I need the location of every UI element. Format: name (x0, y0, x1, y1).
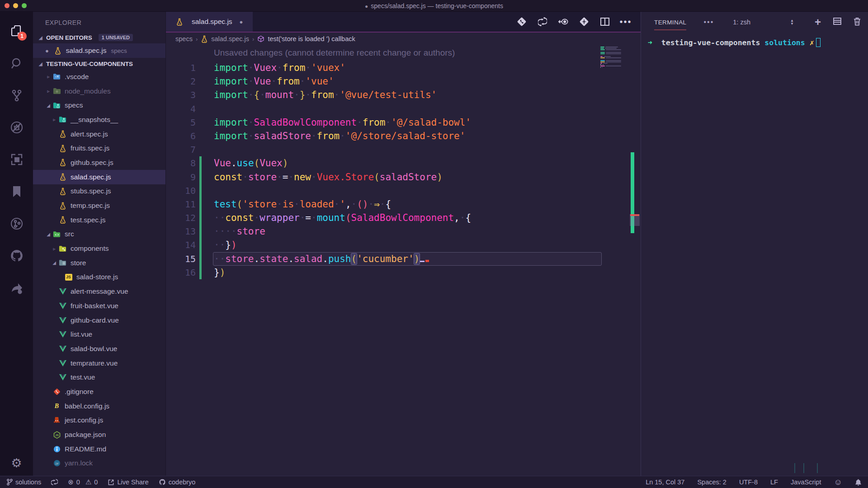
code-token: · (248, 131, 254, 141)
terminal-shell-select[interactable]: 1: zsh (733, 19, 750, 26)
preview-icon[interactable] (558, 17, 568, 27)
feedback-smiley-icon[interactable]: ☺ (834, 478, 842, 487)
tree-item[interactable]: salad.spec.js (33, 170, 165, 184)
eol-indicator[interactable]: LF (770, 479, 778, 486)
tree-item[interactable]: github.spec.js (33, 155, 165, 170)
settings-gear-icon[interactable]: ⚙ (0, 456, 33, 470)
minimap[interactable] (600, 47, 622, 68)
select-chevron-icon[interactable]: ▲▼ (790, 19, 794, 25)
code-line[interactable]: 10 (166, 184, 641, 197)
code-token: ) (231, 239, 237, 250)
terminal-body[interactable]: ➜ testing-vue-components solutions ✗ (641, 33, 868, 476)
code-line[interactable]: 1import·Vuex·from·'vuex' (166, 61, 641, 75)
sync-icon[interactable] (538, 17, 547, 27)
terminal-more-icon[interactable]: ••• (703, 18, 714, 26)
tree-item[interactable]: ◢store (33, 256, 165, 270)
bookmarks-icon[interactable] (6, 178, 27, 205)
more-actions-icon[interactable]: ••• (621, 17, 631, 27)
tree-item[interactable]: github-card.vue (33, 313, 165, 328)
code-line[interactable]: 9const·store·=·new·Vuex.Store(saladStore… (166, 170, 641, 184)
breadcrumb-folder[interactable]: specs (175, 35, 193, 42)
tree-item[interactable]: test.spec.js (33, 213, 165, 227)
code-token: · (294, 199, 300, 210)
code-line[interactable]: 12··const·wrapper·=·mount(SaladBowlCompo… (166, 211, 641, 225)
github-icon[interactable] (6, 243, 27, 269)
split-editor-icon[interactable] (600, 17, 610, 27)
branch-indicator[interactable]: solutions (6, 479, 41, 486)
sync-status[interactable] (51, 479, 58, 486)
git-modified-gutter (199, 170, 202, 184)
code-line[interactable]: 11test('store·is·loaded·',·()·⇒·{ (166, 197, 641, 211)
tree-item[interactable]: test.vue (33, 370, 165, 385)
breadcrumb-file[interactable]: salad.spec.js (211, 35, 249, 42)
tree-item-label: alert-message.vue (71, 287, 128, 296)
code-line[interactable]: 6import·saladStore·from·'@/store/salad-s… (166, 129, 641, 143)
tree-item[interactable]: alert.spec.js (33, 127, 165, 141)
language-indicator[interactable]: JavaScript (791, 479, 821, 486)
debug-icon[interactable] (6, 114, 27, 141)
indentation-indicator[interactable]: Spaces: 2 (697, 479, 726, 486)
tree-item[interactable]: .gitignore (33, 385, 165, 399)
tree-item[interactable]: ▹node_modules (33, 84, 165, 99)
tree-item[interactable]: jest.config.js (33, 413, 165, 428)
code-token: , (345, 199, 351, 210)
gitlens-icon[interactable] (6, 211, 27, 237)
tree-item[interactable]: yarn.lock (33, 456, 165, 471)
compare-icon[interactable] (579, 17, 589, 27)
overview-ruler[interactable] (630, 45, 641, 476)
code-line[interactable]: 4 (166, 102, 641, 116)
tree-item[interactable]: ◢src (33, 227, 165, 242)
tree-item[interactable]: ◢specs (33, 98, 165, 113)
live-share-button[interactable]: Live Share (108, 479, 148, 486)
code-line[interactable]: 3import·{·mount·}·from·'@vue/test-utils' (166, 88, 641, 102)
tree-item[interactable]: JSpackage.json (33, 427, 165, 442)
tree-item[interactable]: Bbabel.config.js (33, 399, 165, 413)
tree-item[interactable]: ▹__snapshots__ (33, 113, 165, 127)
kill-terminal-icon[interactable] (854, 17, 861, 28)
tree-item[interactable]: ▹components (33, 241, 165, 256)
open-editor-item[interactable]: ● salad.spec.js specs (33, 43, 165, 58)
notifications-bell-icon[interactable] (855, 479, 862, 486)
split-terminal-icon[interactable] (833, 17, 842, 27)
code-line[interactable]: 15··store.state.salad.push('cucumber') (166, 252, 641, 266)
open-editors-section[interactable]: ◢ OPEN EDITORS 1 UNSAVED (33, 32, 165, 43)
encoding-indicator[interactable]: UTF-8 (739, 479, 758, 486)
new-terminal-icon[interactable]: + (815, 16, 821, 28)
explorer-icon[interactable]: 1 (6, 18, 27, 44)
tree-item[interactable]: fruit-basket.vue (33, 299, 165, 313)
git-modified-gutter (199, 197, 202, 211)
code-line[interactable]: 13····store (166, 225, 641, 238)
code-token: · (277, 172, 283, 183)
tree-item[interactable]: alert-message.vue (33, 284, 165, 299)
problems-indicator[interactable]: ⊗ 0 ⚠ 0 (68, 478, 98, 486)
tree-item[interactable]: temp.spec.js (33, 198, 165, 213)
code-line[interactable]: 8Vue.use(Vuex) (166, 156, 641, 170)
code-line[interactable]: 16}) (166, 266, 641, 279)
code-line[interactable]: 14··}) (166, 238, 641, 252)
github-account[interactable]: codebryo (159, 479, 196, 486)
tree-item[interactable]: fruits.spec.js (33, 141, 165, 155)
search-icon[interactable] (6, 50, 27, 76)
tree-item[interactable]: stubs.spec.js (33, 184, 165, 199)
line-col-indicator[interactable]: Ln 15, Col 37 (646, 479, 684, 486)
source-control-icon[interactable] (6, 82, 27, 108)
tree-item[interactable]: temprature.vue (33, 356, 165, 371)
tree-item[interactable]: list.vue (33, 327, 165, 342)
code-line[interactable]: 7 (166, 143, 641, 156)
project-section[interactable]: ◢ TESTING-VUE-COMPONENTS (33, 58, 165, 70)
code-editor[interactable]: Unsaved changes (cannot determine recent… (166, 45, 641, 476)
extensions-icon[interactable] (6, 146, 27, 173)
terminal-tab[interactable]: TERMINAL (654, 12, 686, 33)
code-line[interactable]: 5import·SaladBowlComponent·from·'@/salad… (166, 116, 641, 129)
tree-item[interactable]: salad-bowl.vue (33, 342, 165, 356)
tree-item[interactable]: JSsalad-store.js (33, 270, 165, 285)
sync-icon (51, 479, 58, 486)
tree-item[interactable]: ▹.vscode (33, 70, 165, 84)
open-changes-icon[interactable] (517, 17, 527, 27)
tree-item[interactable]: README.md (33, 442, 165, 456)
code-line[interactable]: 2import·Vue·from·'vue' (166, 75, 641, 88)
share-icon[interactable] (6, 275, 27, 301)
tab-salad-spec[interactable]: salad.spec.js ● (166, 12, 253, 32)
breadcrumb-symbol[interactable]: test('store is loaded ') callback (268, 35, 355, 42)
code-token: . (231, 158, 237, 169)
